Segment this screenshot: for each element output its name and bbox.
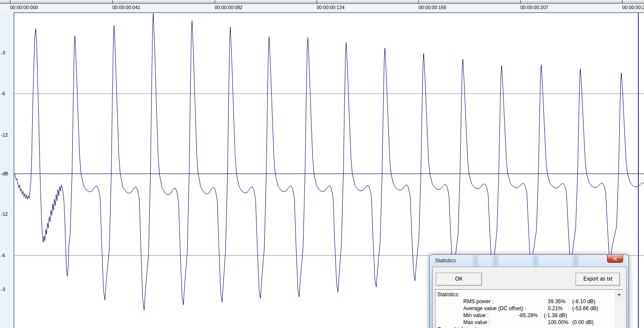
close-icon bbox=[613, 257, 617, 261]
ruler-tick bbox=[10, 0, 10, 3]
stat-label: RMS power : bbox=[463, 298, 493, 305]
time-label: 00:00:00:165 bbox=[418, 5, 446, 10]
glass-reflection bbox=[533, 255, 538, 267]
glass-reflection bbox=[473, 255, 478, 267]
stats-section-header: Statistics: bbox=[437, 291, 459, 298]
statistics-listbox[interactable]: Statistics:RMS power :39.35%(-8.10 dB)Av… bbox=[435, 289, 623, 328]
close-button[interactable] bbox=[607, 255, 623, 263]
listbox-scrollbar[interactable] bbox=[615, 290, 622, 328]
ruler-tick bbox=[215, 0, 215, 3]
stat-row: Average value (DC offset) :0.21%(-53.66 … bbox=[435, 305, 623, 312]
time-label: 00:00:00:124 bbox=[317, 5, 344, 10]
stat-db-value: (-8.10 dB) bbox=[572, 298, 595, 305]
time-ruler-bar[interactable] bbox=[0, 0, 644, 4]
dialog-title: Statistics bbox=[435, 255, 456, 267]
ruler-tick bbox=[317, 0, 317, 3]
statistics-rows: Statistics:RMS power :39.35%(-8.10 dB)Av… bbox=[435, 291, 623, 328]
stat-percent-value: -85.28% bbox=[492, 312, 538, 318]
db-axis-label: -dB bbox=[1, 171, 8, 176]
ruler-tick bbox=[520, 0, 521, 3]
stat-percent-value: 39.35% bbox=[548, 298, 566, 305]
stat-label: Min value : bbox=[463, 312, 489, 318]
time-label: 00:00:00:041 bbox=[112, 5, 140, 10]
stat-db-value: (-53.66 dB) bbox=[572, 305, 598, 311]
ok-button[interactable]: OK bbox=[436, 273, 482, 286]
time-label: 00:00:00:000 bbox=[10, 5, 38, 10]
time-label: 00:00:00:082 bbox=[215, 5, 243, 10]
time-label: 00:00:00:207 bbox=[520, 5, 548, 10]
db-axis-label: -6 bbox=[1, 253, 5, 258]
statistics-dialog: Statistics OK Export as txt Statistics:R… bbox=[429, 254, 629, 328]
stat-db-value: (-1.38 dB) bbox=[544, 312, 567, 318]
stat-label: Average value (DC offset) : bbox=[463, 305, 526, 311]
ruler-tick bbox=[112, 0, 113, 3]
db-axis-label: -12 bbox=[1, 132, 8, 137]
scroll-up-button[interactable] bbox=[615, 290, 623, 298]
db-axis-label: -12 bbox=[1, 211, 8, 217]
stats-header-row: Statistics: bbox=[435, 291, 623, 298]
glass-reflection bbox=[493, 255, 498, 267]
stat-percent-value: 100.00% bbox=[548, 319, 568, 325]
stat-percent-value: 0.21% bbox=[548, 305, 563, 311]
stat-db-value: (0.00 dB) bbox=[572, 319, 593, 325]
stat-row: RMS power :39.35%(-8.10 dB) bbox=[435, 298, 623, 305]
stats-footer-row: General information: bbox=[435, 326, 623, 328]
db-axis-label: -3 bbox=[1, 50, 5, 55]
stat-label: Max value : bbox=[463, 319, 490, 325]
arrow-up-icon bbox=[617, 293, 621, 295]
ruler-tick bbox=[418, 0, 419, 3]
export-as-txt-button[interactable]: Export as txt bbox=[576, 273, 620, 286]
db-axis-label: -3 bbox=[1, 287, 5, 292]
stat-row: Min value :-85.28%(-1.38 dB) bbox=[435, 312, 623, 319]
ruler-tick bbox=[622, 0, 623, 3]
stat-row: Max value :100.00%(0.00 dB) bbox=[435, 319, 623, 326]
glass-reflection bbox=[573, 255, 578, 267]
db-axis-label: -6 bbox=[1, 91, 5, 96]
time-label: 00:00:00:2 bbox=[622, 5, 644, 10]
time-ruler-labels: 00:00:00:00000:00:00:04100:00:00:08200:0… bbox=[0, 4, 644, 12]
stats-section-header: General information: bbox=[437, 326, 485, 328]
db-axis-gutter: -3-6-12-dB-12-6-3 bbox=[0, 12, 13, 328]
audio-editor-window: 00:00:00:00000:00:00:04100:00:00:08200:0… bbox=[0, 0, 644, 328]
dialog-client-area: OK Export as txt Statistics:RMS power :3… bbox=[432, 267, 627, 328]
